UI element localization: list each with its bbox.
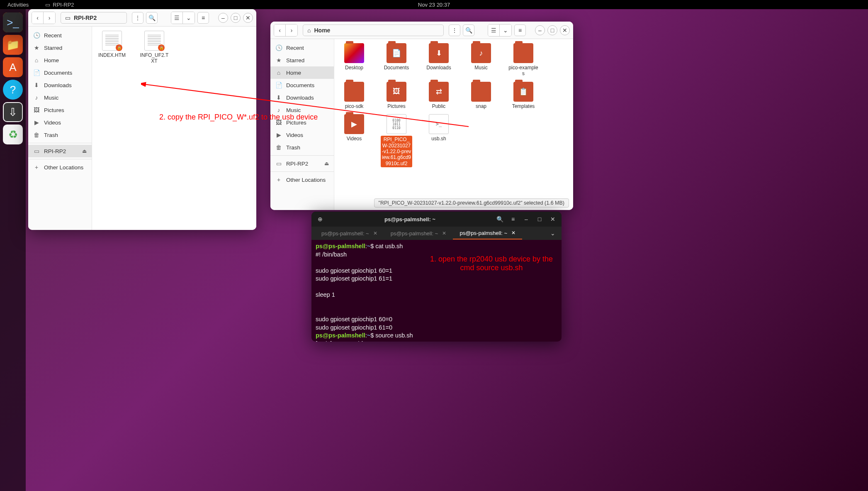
- terminal-search-button[interactable]: 🔍: [494, 214, 505, 225]
- list-view-button[interactable]: ☰: [171, 12, 183, 24]
- close-button[interactable]: ✕: [547, 214, 558, 225]
- maximize-button[interactable]: □: [547, 25, 557, 35]
- search-button[interactable]: 🔍: [146, 12, 158, 24]
- minimize-button[interactable]: –: [218, 13, 228, 23]
- sidebar-item-label: Music: [286, 107, 301, 113]
- sidebar-item-starred[interactable]: ★Starred: [28, 42, 92, 54]
- sidebar-item-videos[interactable]: ▶Videos: [28, 116, 92, 129]
- terminal-tab[interactable]: ps@ps-palmshell: ~✕: [384, 228, 453, 239]
- file-item[interactable]: 🔒INFO_UF2.TXT: [139, 31, 170, 64]
- file-item[interactable]: ⬇Downloads: [423, 43, 455, 77]
- list-view-button[interactable]: ☰: [488, 24, 500, 36]
- activities-button[interactable]: Activities: [3, 2, 33, 8]
- taskbar-app[interactable]: ▭ RPI-RP2: [45, 2, 74, 8]
- drive-icon: ▭: [33, 148, 40, 154]
- file-item[interactable]: pico-sdk: [338, 82, 370, 109]
- sidebar-item-music[interactable]: ♪Music: [28, 91, 92, 104]
- new-tab-button[interactable]: ⊕: [315, 214, 326, 225]
- file-item[interactable]: pico-examples: [508, 43, 539, 77]
- file-item[interactable]: 010010110110RPI_PICO_W-20231027-v1.22.0-…: [381, 114, 412, 167]
- pathbar[interactable]: ▭ RPI-RP2: [61, 12, 127, 24]
- terminal-title: ps@ps-palmshell: ~: [328, 216, 492, 222]
- sidebar-item-trash[interactable]: 🗑Trash: [28, 129, 92, 141]
- tab-close-icon[interactable]: ✕: [511, 230, 515, 236]
- pathbar[interactable]: ⌂ Home: [303, 24, 444, 36]
- sidebar-item-recent[interactable]: 🕓Recent: [270, 42, 334, 54]
- close-button[interactable]: ✕: [243, 13, 253, 23]
- file-item[interactable]: snap: [465, 82, 497, 109]
- maximize-button[interactable]: □: [231, 13, 241, 23]
- file-content-area[interactable]: 🔒INDEX.HTM🔒INFO_UF2.TXT: [92, 27, 256, 230]
- dock-trash[interactable]: ♻: [3, 125, 23, 144]
- sidebar-item-trash[interactable]: 🗑Trash: [270, 141, 334, 154]
- file-manager-rpi: ‹ › ▭ RPI-RP2 ⋮ 🔍 ☰ ⌄ ≡ – □ ✕ 🕓Recent★St…: [28, 9, 256, 230]
- terminal-content[interactable]: ps@ps-palmshell:~$ cat usb.sh #! /bin/ba…: [311, 240, 562, 342]
- sidebar-item-recent[interactable]: 🕓Recent: [28, 29, 92, 42]
- sidebar-item-other-locations[interactable]: +Other Locations: [28, 161, 92, 173]
- minimize-button[interactable]: –: [521, 214, 532, 225]
- file-item[interactable]: ♪Music: [465, 43, 497, 77]
- nav-back-button[interactable]: ‹: [32, 12, 44, 24]
- sidebar-item-downloads[interactable]: ⬇Downloads: [28, 79, 92, 91]
- eject-icon[interactable]: ⏏: [82, 148, 87, 154]
- download-icon: ⬇: [33, 82, 40, 88]
- sidebar-item-documents[interactable]: 📄Documents: [270, 79, 334, 91]
- sidebar-item-starred[interactable]: ★Starred: [270, 54, 334, 66]
- tab-dropdown-button[interactable]: ⌄: [547, 228, 558, 239]
- sidebar-item-downloads[interactable]: ⬇Downloads: [270, 91, 334, 104]
- dock-terminal[interactable]: >_: [3, 12, 23, 32]
- terminal-tab[interactable]: ps@ps-palmshell: ~✕: [453, 227, 522, 239]
- sidebar-item-home[interactable]: ⌂Home: [270, 66, 334, 79]
- drive-icon: ▭: [65, 15, 71, 21]
- tab-close-icon[interactable]: ✕: [442, 230, 446, 236]
- view-dropdown-button[interactable]: ⌄: [183, 12, 195, 24]
- file-label: usb.sh: [431, 136, 446, 142]
- nav-back-button[interactable]: ‹: [274, 24, 286, 36]
- clock[interactable]: Nov 23 20:37: [418, 2, 450, 8]
- hamburger-button[interactable]: ≡: [197, 12, 209, 24]
- hamburger-button[interactable]: ≡: [514, 24, 526, 36]
- maximize-button[interactable]: □: [534, 214, 545, 225]
- terminal-menu-button[interactable]: ≡: [508, 214, 518, 225]
- file-item[interactable]: 📄Documents: [381, 43, 412, 77]
- menu-button[interactable]: ⋮: [449, 24, 460, 36]
- sidebar-item-device[interactable]: ▭RPI-RP2⏏: [270, 157, 334, 170]
- file-item[interactable]: 🖼Pictures: [381, 82, 412, 109]
- dock-files[interactable]: 📁: [3, 35, 23, 55]
- close-button[interactable]: ✕: [560, 25, 570, 35]
- sidebar-item-pictures[interactable]: 🖼Pictures: [270, 116, 334, 129]
- text-file-icon: 🔒: [144, 31, 164, 51]
- file-content-area[interactable]: "RPI_PICO_W-20231027-v1.22.0-preview.61.…: [334, 39, 573, 210]
- file-item[interactable]: 🔒INDEX.HTM: [96, 31, 128, 64]
- eject-icon[interactable]: ⏏: [324, 161, 329, 166]
- sidebar-item-home[interactable]: ⌂Home: [28, 54, 92, 66]
- sidebar-item-label: Home: [286, 70, 301, 76]
- file-label: Public: [432, 103, 446, 109]
- file-item[interactable]: 📋Templates: [508, 82, 539, 109]
- sidebar-item-music[interactable]: ♪Music: [270, 104, 334, 116]
- sidebar-item-documents[interactable]: 📄Documents: [28, 66, 92, 79]
- nav-forward-button[interactable]: ›: [44, 12, 55, 24]
- sidebar-item-device[interactable]: ▭RPI-RP2⏏: [28, 145, 92, 157]
- minimize-button[interactable]: –: [535, 25, 545, 35]
- view-dropdown-button[interactable]: ⌄: [500, 24, 511, 36]
- nav-forward-button[interactable]: ›: [286, 24, 297, 36]
- clock-icon: 🕓: [33, 32, 40, 39]
- sidebar-item-videos[interactable]: ▶Videos: [270, 129, 334, 141]
- search-button[interactable]: 🔍: [463, 24, 474, 36]
- dock-help[interactable]: ?: [3, 80, 23, 100]
- menu-button[interactable]: ⋮: [132, 12, 143, 24]
- dock-software[interactable]: A: [3, 57, 23, 77]
- sidebar-item-label: Documents: [44, 70, 72, 76]
- terminal-tab[interactable]: ps@ps-palmshell: ~✕: [315, 228, 384, 239]
- dock-usb-drive[interactable]: ⇩: [3, 102, 23, 122]
- sidebar-item-other-locations[interactable]: +Other Locations: [270, 173, 334, 186]
- folder-icon: [513, 43, 533, 63]
- file-item[interactable]: ⇄Public: [423, 82, 455, 109]
- plus-icon: +: [33, 164, 40, 171]
- sidebar-item-pictures[interactable]: 🖼Pictures: [28, 104, 92, 116]
- file-item[interactable]: >_usb.sh: [423, 114, 455, 167]
- tab-close-icon[interactable]: ✕: [373, 230, 377, 236]
- file-item[interactable]: Desktop: [338, 43, 370, 77]
- file-item[interactable]: ▶Videos: [338, 114, 370, 167]
